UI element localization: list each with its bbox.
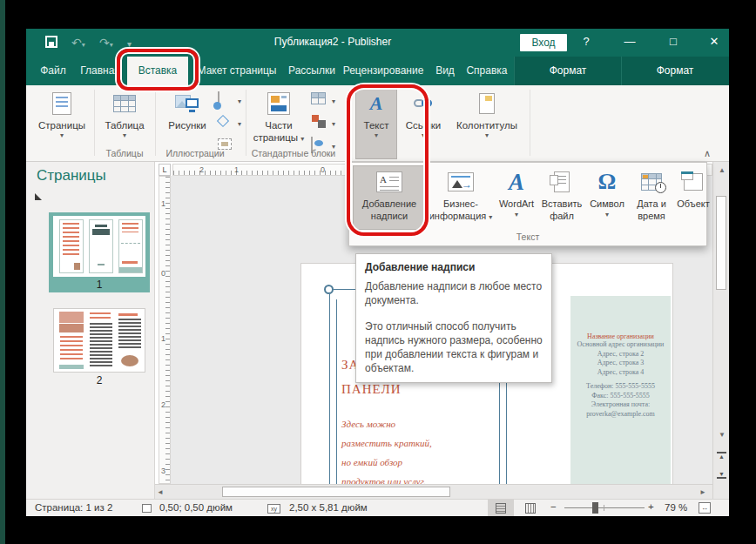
pages-panel-title: Страницы	[37, 167, 106, 185]
tab-format-1[interactable]: Формат	[514, 57, 621, 85]
page-indicator[interactable]: Страница: 1 из 2	[35, 502, 112, 513]
help-icon[interactable]: ?	[573, 35, 599, 48]
dropdown-arrow-icon: ▾	[300, 135, 304, 143]
dropdown-arrow-icon: ▾	[496, 211, 537, 218]
headers-footers-icon	[479, 93, 495, 114]
window-title: Публикация2 - Publisher	[228, 36, 437, 48]
dropdown-arrow-icon: ▾	[238, 120, 241, 128]
scroll-up-icon[interactable]: ▲	[719, 166, 726, 174]
pages-button[interactable]: Страницы ▾	[35, 88, 89, 159]
collapse-pages-panel-icon[interactable]	[35, 193, 42, 200]
doc-body-line[interactable]: разместить краткий,	[341, 438, 432, 448]
table-icon	[113, 95, 136, 112]
zoom-slider-thumb[interactable]	[592, 502, 598, 514]
wordart-button[interactable]: A WordArt ▾	[496, 165, 537, 230]
tab-page-design[interactable]: Макет страницы	[188, 57, 286, 85]
tab-selector-box[interactable]: L	[159, 164, 171, 176]
two-page-spread-icon	[525, 503, 536, 514]
tab-mailings[interactable]: Рассылки	[286, 57, 338, 85]
page-thumbnail-1[interactable]: 1	[49, 212, 150, 292]
save-icon[interactable]	[45, 36, 57, 48]
pages-icon	[52, 92, 71, 115]
tab-review[interactable]: Рецензирование	[338, 57, 429, 85]
tab-view[interactable]: Вид	[429, 57, 462, 85]
tab-format-2[interactable]: Формат	[621, 57, 728, 85]
object-size: 2,50 x 5,81 дюйм	[289, 502, 368, 513]
shapes-icon	[217, 115, 229, 127]
dropdown-arrow-icon: ▾	[238, 97, 241, 105]
screenshot-edge-strip	[0, 0, 5, 544]
object-button[interactable]: Объект	[675, 165, 712, 230]
online-pictures-button[interactable]: ▾	[216, 91, 242, 111]
zoom-level[interactable]: 79 %	[665, 502, 687, 513]
two-page-view-button[interactable]	[517, 500, 543, 516]
borders-accents-button[interactable]: ▾	[310, 113, 336, 133]
dropdown-arrow-icon: ▾	[332, 120, 335, 128]
dropdown-arrow-icon: ▾	[35, 131, 89, 139]
dropdown-arrow-icon: ▾	[99, 131, 150, 139]
cursor-position-icon	[142, 504, 152, 513]
insert-file-button[interactable]: Вставить файл	[539, 165, 584, 230]
page-parts-icon	[267, 92, 290, 115]
horizontal-scrollbar[interactable]: ◄ ►	[155, 484, 712, 499]
annotation-circle-insert-tab	[117, 49, 199, 91]
vertical-ruler: 1 0 1 2 3	[159, 176, 171, 484]
headers-footers-button[interactable]: Колонтитулы ▾	[449, 88, 524, 159]
shapes-button[interactable]: ▾	[216, 113, 242, 133]
column-guide	[329, 294, 330, 484]
scroll-down-icon[interactable]: ▼	[719, 431, 726, 439]
close-button[interactable]: ✕	[701, 35, 727, 48]
symbol-button[interactable]: Ω Символ ▾	[586, 165, 628, 230]
group-label-building-blocks: Стандартные блоки	[242, 148, 345, 158]
textbox-resize-handle[interactable]	[324, 285, 334, 294]
status-bar: Страница: 1 из 2 0,50; 0,50 дюйм xy 2,50…	[26, 499, 729, 516]
dropdown-arrow-icon: ▾	[449, 131, 524, 139]
sign-in-button[interactable]: Вход	[520, 34, 567, 51]
calendars-button[interactable]: ▾	[310, 91, 336, 111]
online-pictures-icon	[218, 91, 219, 108]
annotation-circle-textbox-button	[347, 84, 429, 236]
zoom-out-icon[interactable]: −	[550, 501, 557, 512]
business-information-button[interactable]: → Бизнес- информация ▾	[428, 165, 494, 230]
insert-file-icon	[554, 171, 570, 192]
tooltip-body: Добавление надписи в любое место докумен…	[365, 279, 543, 307]
undo-icon[interactable]: ↶▾	[71, 37, 85, 51]
pages-panel: Страницы 1	[26, 162, 155, 499]
vertical-scroll-thumb[interactable]	[716, 196, 726, 290]
tooltip-title: Добавление надписи	[365, 261, 543, 273]
zoom-in-icon[interactable]: +	[648, 501, 654, 512]
calendars-icon	[311, 92, 326, 104]
dropdown-arrow-icon: ▾	[586, 211, 628, 218]
previous-page-icon[interactable]: ▲	[717, 452, 726, 460]
dropdown-arrow-icon: ▾	[332, 97, 335, 105]
tab-file[interactable]: Файл	[33, 57, 73, 85]
vertical-scrollbar[interactable]: ▲ ▼ ▲ ▼	[712, 162, 729, 499]
date-time-button[interactable]: Дата и время	[630, 165, 673, 230]
tab-help[interactable]: Справка	[462, 57, 512, 85]
scroll-right-icon[interactable]: ►	[699, 488, 706, 496]
page2-number: 2	[49, 374, 150, 386]
maximize-button[interactable]: □	[660, 35, 686, 48]
single-page-view-button[interactable]	[488, 500, 514, 516]
organization-address-textbox[interactable]: Название организации Основной адрес орга…	[570, 296, 671, 484]
publisher-window: ↶▾ ↷▾ ▾ Публикация2 - Publisher Вход ? —…	[26, 29, 729, 516]
object-icon	[684, 173, 703, 191]
business-information-icon: →	[448, 172, 474, 191]
contextual-tabs: Формат Формат	[514, 57, 729, 85]
tooltip-body: Это отличный способ получить надпись нуж…	[365, 319, 543, 375]
redo-icon[interactable]: ↷▾	[99, 37, 113, 51]
minimize-button[interactable]: —	[617, 35, 643, 48]
fit-page-icon[interactable]: ↔	[699, 502, 711, 514]
cursor-position: 0,50; 0,50 дюйм	[159, 502, 233, 513]
doc-body-line[interactable]: Здесь можно	[341, 419, 395, 429]
page-thumbnail-2[interactable]: 2	[49, 306, 150, 386]
collapse-ribbon-icon[interactable]: ∧	[704, 148, 711, 159]
next-page-icon[interactable]: ▼	[717, 471, 726, 479]
zoom-slider-track[interactable]	[564, 507, 645, 508]
page1-number: 1	[49, 279, 150, 291]
horizontal-scroll-thumb[interactable]	[222, 487, 450, 497]
column-guide	[336, 299, 337, 484]
scroll-left-icon[interactable]: ◄	[157, 488, 164, 496]
symbol-icon: Ω	[598, 169, 617, 195]
doc-body-line[interactable]: но емкий обзор	[341, 457, 402, 467]
